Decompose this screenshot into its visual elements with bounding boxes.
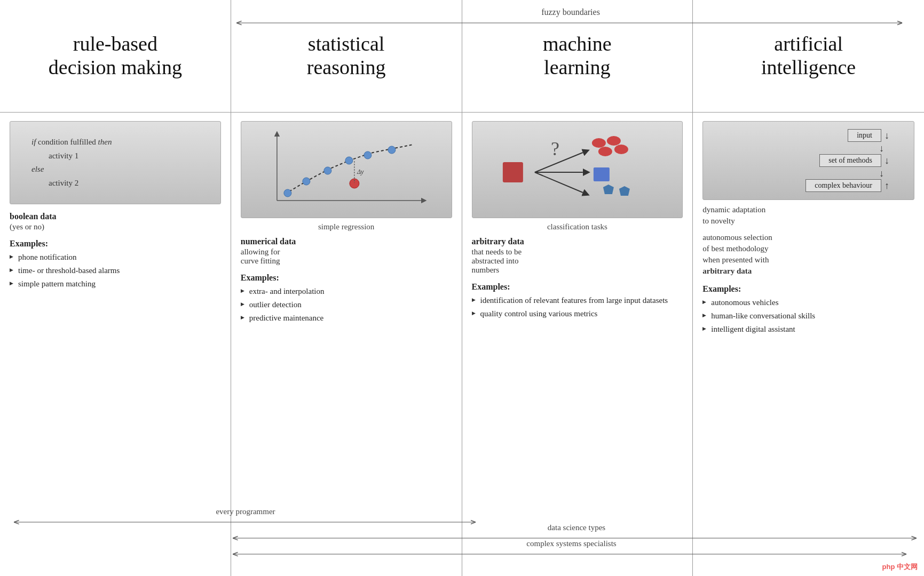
arrow-complex-systems-svg — [230, 549, 913, 559]
col-ai: artificialintelligence input ↓ ↓ set of … — [693, 0, 924, 576]
col3-data-sub: that needs to beabstracted intonumbers — [472, 247, 683, 275]
col-ai-title: artificialintelligence — [761, 33, 856, 79]
ai-input-row: input ↓ — [728, 129, 889, 142]
col-statistical-divider — [231, 112, 462, 113]
arrow-complex-systems: complex systems specialists — [230, 539, 913, 561]
svg-text:Δy: Δy — [357, 168, 364, 175]
ai-methods-row: set of methods ↓ — [728, 154, 889, 167]
col3-diagram-caption: classification tasks — [472, 222, 683, 231]
ai-down-arrow-1: ↓ — [879, 143, 884, 154]
regression-svg: Δy — [246, 126, 447, 211]
ai-input-box: input — [848, 129, 881, 142]
col1-data-bold: boolean data — [10, 212, 221, 221]
fuzzy-boundaries-label: fuzzy boundaries — [232, 7, 909, 17]
classification-diagram-box: ? — [472, 121, 683, 218]
col-rule-based-header: rule-baseddecision making — [10, 0, 221, 112]
svg-point-5 — [303, 178, 310, 185]
col1-examples-title: Examples: — [10, 239, 221, 249]
svg-line-17 — [534, 172, 582, 193]
col2-data-bold: numerical data — [241, 237, 452, 246]
ai-diagram-box: input ↓ ↓ set of methods ↓ ↓ complex beh… — [702, 121, 914, 200]
col2-examples-title: Examples: — [241, 273, 452, 283]
col3-examples-title: Examples: — [472, 282, 683, 292]
col3-examples-list: identification of relevant features from… — [472, 295, 683, 319]
col4-autonomous-text: autonomous selectionof best methodologyw… — [702, 232, 914, 277]
col2-ex-1: extra- and interpolation — [241, 286, 452, 297]
svg-marker-25 — [619, 186, 629, 196]
rule-else: else — [31, 165, 44, 173]
col1-data-sub: (yes or no) — [10, 222, 221, 231]
ai-methods-box: set of methods — [819, 154, 881, 167]
col2-ex-2: outlier detection — [241, 299, 452, 310]
col2-diagram-caption: simple regression — [241, 222, 452, 231]
col4-dynamic-text: dynamic adaptationto novelty — [702, 204, 914, 227]
ai-behaviour-row: complex behaviour ↑ — [728, 179, 889, 192]
arrow-complex-systems-label: complex systems specialists — [230, 539, 913, 548]
svg-point-7 — [345, 157, 353, 164]
arrow-data-science-label: data science types — [230, 523, 923, 532]
svg-point-8 — [364, 151, 372, 159]
svg-point-4 — [284, 189, 291, 197]
col2-ex-3: predictive maintenance — [241, 313, 452, 324]
rule-diagram-box: if condition fulfilled then activity 1 e… — [10, 121, 221, 204]
ai-flow-container: input ↓ ↓ set of methods ↓ ↓ complex beh… — [712, 129, 905, 192]
svg-point-22 — [614, 145, 628, 154]
svg-point-21 — [598, 147, 612, 156]
svg-point-9 — [388, 146, 396, 154]
col4-ex-2: human-like conversational skills — [702, 310, 914, 322]
col4-ex-1: autonomous vehicles — [702, 297, 914, 308]
col4-ex-3: intelligent digital assistant — [702, 324, 914, 335]
col-ai-divider — [693, 112, 924, 113]
fuzzy-boundaries-section: fuzzy boundaries — [232, 7, 909, 30]
main-grid: rule-baseddecision making if condition f… — [0, 0, 924, 576]
col-ml: machinelearning ? — [462, 0, 693, 576]
col-rule-based-divider — [0, 112, 231, 113]
watermark: php 中文网 — [882, 562, 918, 572]
col4-arbitrary-data-bold: arbitrary data — [702, 267, 752, 275]
svg-text:?: ? — [550, 138, 559, 159]
classification-svg: ? — [477, 126, 678, 211]
col1-ex-1: phone notification — [10, 252, 221, 263]
ai-methods-arrow: ↓ — [884, 155, 889, 166]
fuzzy-boundaries-arrow — [232, 18, 909, 28]
col4-examples-list: autonomous vehicles human-like conversat… — [702, 297, 914, 335]
ai-right-arrow: ↓ — [884, 130, 889, 141]
svg-point-20 — [606, 136, 620, 146]
page-container: fuzzy boundaries rule-baseddecision maki… — [0, 0, 924, 576]
svg-point-19 — [591, 138, 605, 148]
rule-then: then — [98, 138, 112, 146]
col4-examples-title: Examples: — [702, 284, 914, 294]
col1-ex-2: time- or threshold-based alarms — [10, 265, 221, 276]
arrow-every-programmer-label: every programmer — [11, 507, 480, 516]
ai-behaviour-box: complex behaviour — [805, 179, 881, 192]
col3-ex-1: identification of relevant features from… — [472, 295, 683, 306]
ai-down-arrow-2: ↓ — [879, 168, 884, 179]
col1-ex-3: simple pattern matching — [10, 278, 221, 290]
col-ml-divider — [462, 112, 693, 113]
col1-examples-list: phone notification time- or threshold-ba… — [10, 252, 221, 290]
ai-behaviour-arrow: ↑ — [884, 180, 889, 191]
col-statistical-title: statisticalreasoning — [307, 33, 386, 79]
rule-diagram-text: if condition fulfilled then activity 1 e… — [21, 130, 122, 195]
col-ml-title: machinelearning — [543, 33, 612, 79]
svg-marker-24 — [603, 185, 613, 194]
col3-data-bold: arbitrary data — [472, 237, 683, 246]
col3-ex-2: quality control using various metrics — [472, 308, 683, 319]
rule-if: if — [31, 138, 36, 146]
col2-examples-list: extra- and interpolation outlier detecti… — [241, 286, 452, 324]
svg-rect-14 — [502, 162, 523, 182]
col-statistical: statisticalreasoning — [231, 0, 462, 576]
col-rule-based-title: rule-baseddecision making — [49, 33, 182, 79]
col-rule-based: rule-baseddecision making if condition f… — [0, 0, 231, 576]
svg-rect-23 — [593, 167, 609, 181]
regression-diagram-box: Δy — [241, 121, 452, 218]
col2-data-sub: allowing forcurve fitting — [241, 247, 452, 266]
svg-point-6 — [324, 167, 331, 174]
